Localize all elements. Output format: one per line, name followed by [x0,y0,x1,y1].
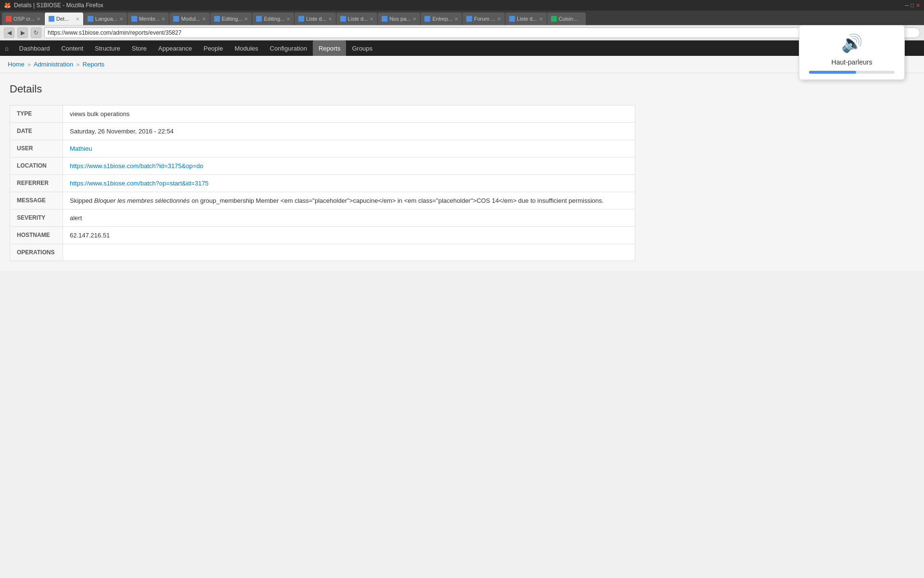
breadcrumb-sep-2: » [76,61,79,68]
volume-icon: 🔊 [841,33,863,53]
admin-toolbar-reports[interactable]: Reports [313,40,346,56]
field-label-date: DATE [10,123,63,140]
close-tab-icon[interactable]: ✕ [37,16,40,22]
volume-label: Haut-parleurs [832,58,873,66]
favicon [424,16,430,22]
close-button[interactable]: ✕ [916,2,920,9]
favicon [509,16,515,22]
favicon [131,16,137,22]
admin-toolbar-store[interactable]: Store [126,40,153,56]
close-tab-icon[interactable]: ✕ [454,16,458,22]
favicon [551,16,557,22]
admin-toolbar-structure[interactable]: Structure [89,40,126,56]
tab-listed3[interactable]: Liste d... ✕ [505,13,547,25]
tab-label: Langua... [95,16,117,22]
tab-label: Membr... [139,16,160,22]
field-label-referrer: REFERRER [10,175,63,192]
tab-membr[interactable]: Membr... ✕ [128,13,169,25]
field-value-type: views bulk operations [63,105,635,123]
url-text: https://www.s1biose.com/admin/reports/ev… [48,29,181,36]
table-row-hostname: HOSTNAME 62.147.216.51 [10,227,635,244]
breadcrumb-reports[interactable]: Reports [83,61,105,68]
admin-toolbar-people[interactable]: People [198,40,229,56]
field-value-operations [63,244,635,261]
close-tab-icon[interactable]: ✕ [202,16,206,22]
tab-label: Liste d... [517,16,537,22]
admin-toolbar-content[interactable]: Content [55,40,89,56]
close-tab-icon[interactable]: ✕ [328,16,332,22]
tab-editing2[interactable]: Editing... ✕ [252,13,294,25]
admin-toolbar-modules[interactable]: Modules [229,40,264,56]
table-row-severity: SEVERITY alert [10,210,635,227]
tab-nospa[interactable]: Nos pa... ✕ [378,13,420,25]
field-value-hostname: 62.147.216.51 [63,227,635,244]
tab-label: Forum ... [474,16,495,22]
forward-button[interactable]: ▶ [17,27,28,38]
close-tab-icon[interactable]: ✕ [412,16,416,22]
tab-editing1[interactable]: Editing... ✕ [210,13,252,25]
tab-label: OSP cr... [13,16,35,22]
reload-button[interactable]: ↻ [31,27,41,38]
tab-label: Det... [56,16,69,22]
field-label-location: LOCATION [10,158,63,175]
volume-popup: 🔊 Haut-parleurs [799,25,905,80]
close-tab-icon[interactable]: ✕ [286,16,290,22]
tab-entrep[interactable]: Entrep... ✕ [421,13,462,25]
admin-toolbar-home[interactable]: ⌂ [0,40,13,56]
minimize-button[interactable]: ─ [905,2,909,9]
admin-toolbar: ⌂ Dashboard Content Structure Store Appe… [0,40,924,56]
back-button[interactable]: ◀ [4,27,14,38]
tab-listed1[interactable]: Liste d... ✕ [295,13,336,25]
table-row-type: TYPE views bulk operations [10,105,635,123]
close-tab-icon[interactable]: ✕ [370,16,373,22]
page-content: Details TYPE views bulk operations DATE … [0,73,924,271]
admin-toolbar-configuration[interactable]: Configuration [264,40,313,56]
window-title: Details | S1BIOSE - Mozilla Firefox [14,2,103,9]
admin-toolbar-appearance[interactable]: Appearance [153,40,198,56]
browser-icon: 🦊 [4,2,11,9]
breadcrumb-home[interactable]: Home [8,61,25,68]
tab-langua[interactable]: Langua... ✕ [84,13,127,25]
tab-osp[interactable]: OSP cr... ✕ [2,13,44,25]
tab-cuisin[interactable]: Cuisin... [547,13,586,25]
close-tab-icon[interactable]: ✕ [161,16,165,22]
user-link[interactable]: Mathieu [70,145,92,152]
breadcrumb-administration[interactable]: Administration [34,61,73,68]
tab-label: Liste d... [306,16,326,22]
admin-toolbar-dashboard[interactable]: Dashboard [13,40,56,56]
address-bar[interactable]: https://www.s1biose.com/admin/reports/ev… [44,27,831,38]
favicon [466,16,472,22]
favicon [49,16,54,22]
field-value-severity: alert [63,210,635,227]
close-tab-icon[interactable]: ✕ [539,16,543,22]
tab-label: Modul... [181,16,200,22]
page-title: Details [10,83,914,95]
admin-toolbar-groups[interactable]: Groups [346,40,378,56]
tab-listed2[interactable]: Liste d... ✕ [336,13,378,25]
volume-slider-track[interactable] [809,71,895,74]
close-tab-icon[interactable]: ✕ [76,16,79,22]
tab-det[interactable]: Det... ✕ [45,13,83,25]
close-tab-icon[interactable]: ✕ [119,16,123,22]
breadcrumb: Home » Administration » Reports [0,56,924,73]
tab-modul[interactable]: Modul... ✕ [169,13,209,25]
tab-label: Editing... [222,16,243,22]
table-row-referrer: REFERRER https://www.s1biose.com/batch?o… [10,175,635,192]
maximize-button[interactable]: □ [911,2,914,9]
location-link[interactable]: https://www.s1biose.com/batch?id=3175&op… [70,162,204,170]
favicon [256,16,262,22]
close-tab-icon[interactable]: ✕ [244,16,248,22]
referrer-link[interactable]: https://www.s1biose.com/batch?op=start&i… [70,180,208,187]
field-label-hostname: HOSTNAME [10,227,63,244]
field-label-severity: SEVERITY [10,210,63,227]
tab-label: Liste d... [348,16,368,22]
field-value-date: Saturday, 26 November, 2016 - 22:54 [63,123,635,140]
tab-label: Cuisin... [559,16,578,22]
browser-chrome: OSP cr... ✕ Det... ✕ Langua... ✕ Membr..… [0,11,924,40]
favicon [382,16,387,22]
close-tab-icon[interactable]: ✕ [497,16,501,22]
table-row-message: MESSAGE Skipped Bloquer les membres séle… [10,192,635,210]
tab-forum[interactable]: Forum ... ✕ [462,13,505,25]
favicon [6,16,12,22]
field-value-user: Mathieu [63,140,635,158]
